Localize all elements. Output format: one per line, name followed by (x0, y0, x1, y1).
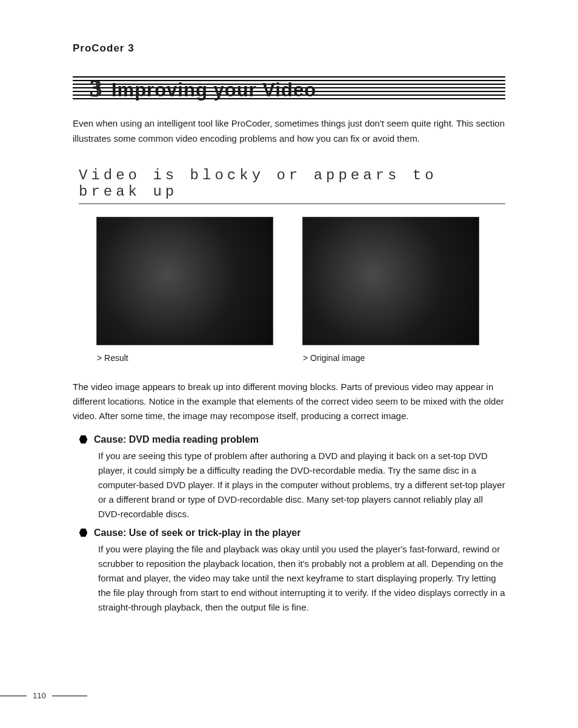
chapter-number: 3 (90, 76, 102, 101)
chapter-heading: 3 Improving your Video (73, 75, 505, 102)
cause-title: Cause: Use of seek or trick-play in the … (94, 528, 301, 538)
section-description: The video image appears to break up into… (73, 380, 505, 423)
bullet-hexagon-icon (79, 528, 88, 537)
svg-marker-1 (79, 529, 88, 537)
footer-rule-left (0, 695, 27, 697)
cause-title: Cause: DVD media reading problem (94, 434, 259, 445)
figure-original-caption: > Original image (303, 353, 479, 363)
page-footer: 110 (0, 691, 133, 700)
figure-result-caption: > Result (97, 353, 273, 363)
figure-original-image (303, 217, 479, 345)
cause-body: If you are seeing this type of problem a… (98, 449, 505, 521)
chapter-intro: Even when using an intelligent tool like… (73, 116, 505, 147)
figure-result-image (97, 217, 273, 345)
page: ProCoder 3 3 Improving your Video Even w… (0, 0, 578, 728)
figure-result: > Result (97, 217, 273, 363)
chapter-title-text: Improving your Video (111, 81, 316, 99)
footer-rule-right (52, 695, 87, 697)
figure-original: > Original image (303, 217, 479, 363)
cause-body: If you were playing the file and playbac… (98, 542, 505, 615)
page-number: 110 (33, 691, 46, 700)
cause-item: Cause: Use of seek or trick-play in the … (73, 528, 505, 615)
bullet-hexagon-icon (79, 435, 88, 444)
running-title: ProCoder 3 (73, 42, 505, 55)
svg-marker-0 (79, 435, 88, 444)
figure-row: > Result > Original image (97, 217, 505, 363)
section-title: Video is blocky or appears to break up (79, 167, 505, 204)
cause-item: Cause: DVD media reading problem If you … (73, 434, 505, 521)
